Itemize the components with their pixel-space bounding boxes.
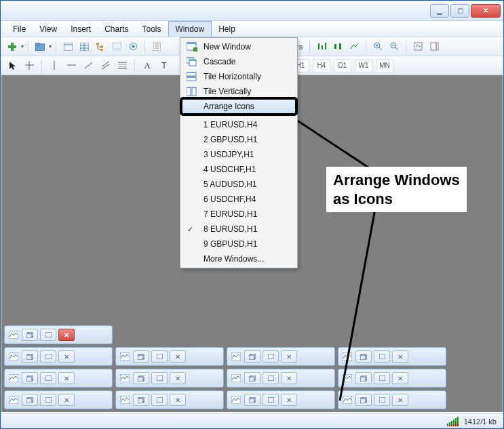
mini-restore-button[interactable] — [244, 394, 260, 406]
terminal-button[interactable] — [109, 39, 124, 54]
mini-maximize-button[interactable] — [40, 329, 56, 341]
mini-maximize-button[interactable] — [40, 350, 56, 363]
line-chart-button[interactable] — [347, 39, 362, 54]
mini-close-button[interactable]: ✕ — [281, 394, 297, 406]
timeframe-d1[interactable]: D1 — [334, 59, 351, 73]
window-close-button[interactable]: ✕ — [471, 4, 501, 18]
menu-tools[interactable]: Tools — [136, 21, 168, 37]
trendline-button[interactable] — [81, 58, 96, 73]
menu-view[interactable]: View — [33, 21, 64, 37]
minimized-window[interactable]: ✕ — [338, 390, 446, 409]
minimized-window[interactable]: ✕ — [227, 347, 335, 366]
minimized-window[interactable]: ✕ — [227, 390, 335, 409]
mini-close-button[interactable]: ✕ — [170, 372, 186, 384]
mini-close-button[interactable]: ✕ — [58, 350, 75, 363]
window-minimize-button[interactable]: ▁ — [430, 4, 449, 18]
mini-maximize-button[interactable] — [263, 372, 279, 384]
navigator-button[interactable] — [93, 39, 108, 54]
mini-close-button[interactable]: ✕ — [281, 372, 297, 384]
channel-button[interactable] — [98, 58, 113, 73]
minimized-window[interactable]: ✕ — [115, 390, 224, 409]
menu-item-window-6[interactable]: 6 USDCHF,H4 — [182, 192, 296, 207]
new-chart-button[interactable] — [5, 39, 20, 54]
timeframe-mn[interactable]: MN — [376, 59, 393, 73]
minimized-window[interactable]: ✕ — [338, 369, 446, 388]
minimized-window[interactable]: ✕ — [115, 347, 224, 366]
mini-close-button[interactable]: ✕ — [392, 394, 408, 406]
menu-item-cascade[interactable]: Cascade — [182, 54, 296, 69]
zoom-in-button[interactable] — [370, 39, 385, 54]
menu-item-arrange-icons[interactable]: Arrange Icons — [182, 99, 296, 114]
mini-maximize-button[interactable] — [151, 394, 168, 406]
mini-close-button[interactable]: ✕ — [58, 372, 75, 384]
menu-item-window-7[interactable]: 7 EURUSD,H1 — [182, 207, 296, 222]
menu-help[interactable]: Help — [212, 21, 242, 37]
mini-maximize-button[interactable] — [40, 372, 56, 384]
bar-chart-button[interactable] — [314, 39, 329, 54]
horizontal-line-button[interactable] — [64, 58, 79, 73]
vertical-line-button[interactable] — [47, 58, 62, 73]
chart-shift-button[interactable] — [427, 39, 442, 54]
mini-close-button[interactable]: ✕ — [392, 350, 408, 363]
mini-maximize-button[interactable] — [151, 372, 168, 384]
profiles-button[interactable] — [33, 39, 47, 54]
cursor-button[interactable] — [5, 58, 20, 73]
mini-close-button[interactable]: ✕ — [392, 372, 408, 384]
auto-scroll-button[interactable] — [410, 39, 425, 54]
fibonacci-button[interactable] — [115, 58, 130, 73]
mini-maximize-button[interactable] — [40, 394, 56, 406]
minimized-window[interactable]: ✕ — [4, 347, 113, 366]
mini-maximize-button[interactable] — [263, 394, 279, 406]
mini-restore-button[interactable] — [133, 350, 149, 363]
new-order-button[interactable] — [149, 39, 164, 54]
minimized-window[interactable]: ✕ — [115, 369, 224, 388]
mini-close-button[interactable]: ✕ — [281, 350, 297, 363]
mini-restore-button[interactable] — [22, 329, 38, 341]
mini-close-button[interactable]: ✕ — [58, 329, 75, 341]
menu-item-window-2[interactable]: 2 GBPUSD,H1 — [182, 132, 296, 147]
window-maximize-button[interactable]: ▢ — [450, 4, 469, 18]
menu-window[interactable]: Window — [168, 21, 212, 37]
menu-item-window-4[interactable]: 4 USDCHF,H1 — [182, 162, 296, 177]
minimized-window[interactable]: ✕ — [338, 347, 446, 366]
text-button[interactable]: A — [140, 58, 155, 73]
menu-item-tile-horizontally[interactable]: Tile Horizontally — [182, 69, 296, 84]
menu-charts[interactable]: Charts — [98, 21, 135, 37]
mini-restore-button[interactable] — [22, 350, 38, 363]
market-watch-button[interactable] — [60, 39, 75, 54]
minimized-window[interactable]: ✕ — [227, 369, 335, 388]
minimized-window[interactable]: ✕ — [4, 369, 113, 388]
menu-item-window-1[interactable]: 1 EURUSD,H4 — [182, 117, 296, 132]
menu-item-window-5[interactable]: 5 AUDUSD,H1 — [182, 177, 296, 192]
strategy-tester-button[interactable] — [125, 39, 140, 54]
mini-restore-button[interactable] — [355, 372, 372, 384]
mini-maximize-button[interactable] — [151, 350, 168, 363]
mini-maximize-button[interactable] — [374, 394, 390, 406]
mini-restore-button[interactable] — [133, 394, 149, 406]
mini-restore-button[interactable] — [355, 350, 372, 363]
timeframe-h4[interactable]: H4 — [313, 59, 330, 73]
menu-item-window-3[interactable]: 3 USDJPY,H1 — [182, 147, 296, 162]
candlestick-button[interactable] — [330, 39, 345, 54]
mini-restore-button[interactable] — [244, 372, 260, 384]
data-window-button[interactable] — [77, 39, 92, 54]
menu-insert[interactable]: Insert — [64, 21, 98, 37]
mini-restore-button[interactable] — [133, 372, 149, 384]
menu-file[interactable]: File — [6, 21, 33, 37]
mini-restore-button[interactable] — [22, 394, 38, 406]
crosshair-button[interactable] — [22, 58, 37, 73]
menu-item-window-8[interactable]: ✓8 EURUSD,H1 — [182, 222, 296, 237]
mini-close-button[interactable]: ✕ — [170, 394, 186, 406]
timeframe-w1[interactable]: W1 — [355, 59, 372, 73]
menu-item-tile-vertically[interactable]: Tile Vertically — [182, 84, 296, 99]
minimized-window-active[interactable]: ✕ — [4, 325, 113, 344]
minimized-window[interactable]: ✕ — [4, 390, 113, 409]
mini-maximize-button[interactable] — [374, 372, 390, 384]
mini-restore-button[interactable] — [244, 350, 260, 363]
mini-maximize-button[interactable] — [263, 350, 279, 363]
menu-item-window-9[interactable]: 9 GBPUSD,H1 — [182, 237, 296, 251]
mini-restore-button[interactable] — [22, 372, 38, 384]
text-label-button[interactable]: T — [157, 58, 172, 73]
mini-maximize-button[interactable] — [374, 350, 390, 363]
menu-item-new-window[interactable]: New Window — [182, 39, 296, 54]
